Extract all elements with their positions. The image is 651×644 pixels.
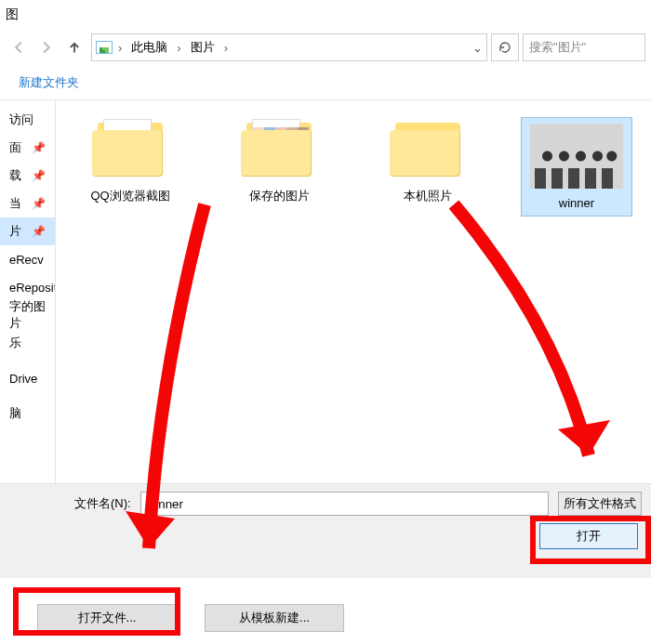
- sidebar-item-label: 片: [9, 223, 21, 240]
- filename-label: 文件名(N):: [74, 495, 131, 512]
- sidebar-item-label: 访问: [9, 112, 33, 128]
- folder-tile-qq[interactable]: QQ浏览器截图: [74, 117, 186, 204]
- filter-label-text: 所有文件格式: [564, 495, 636, 512]
- folder-icon: [92, 117, 168, 180]
- new-from-template-button[interactable]: 从模板新建...: [205, 604, 344, 632]
- open-file-label: 打开文件...: [78, 610, 137, 626]
- chevron-right-icon: ›: [118, 41, 122, 55]
- nav-back-button[interactable]: [6, 34, 32, 60]
- pin-icon: 📌: [32, 225, 46, 238]
- open-file-button[interactable]: 打开文件...: [37, 604, 177, 632]
- tile-label: winner: [559, 196, 594, 210]
- breadcrumb-root-label: 此电脑: [131, 39, 167, 56]
- sidebar-item-this-pc[interactable]: 脑: [0, 400, 55, 427]
- sidebar-item-label: Drive: [9, 372, 37, 386]
- pin-icon: 📌: [32, 141, 46, 154]
- folder-icon: [241, 117, 317, 180]
- sidebar-item-downloads[interactable]: 载📌: [0, 162, 55, 190]
- breadcrumb-root[interactable]: 此电脑: [127, 39, 171, 56]
- chevron-right-icon: ›: [177, 41, 180, 55]
- breadcrumb-folder-label: 图片: [191, 39, 215, 56]
- nav-forward-button[interactable]: [33, 34, 60, 60]
- tile-label: 保存的图片: [249, 188, 310, 204]
- sidebar-item-erecv[interactable]: eRecv: [0, 245, 55, 273]
- sidebar-item-desktop[interactable]: 面📌: [0, 134, 55, 162]
- dialog-toolbar: 新建文件夹: [0, 65, 651, 100]
- dialog-title: 图: [0, 0, 651, 30]
- refresh-button[interactable]: [491, 33, 519, 61]
- open-button[interactable]: 打开: [539, 523, 638, 549]
- image-tile-winner[interactable]: winner: [521, 117, 632, 217]
- sidebar: 访问 面📌 载📌 当📌 片📌 eRecv eRepository 字的图片 乐 …: [0, 100, 56, 483]
- breadcrumb-folder[interactable]: 图片: [187, 39, 219, 56]
- search-input[interactable]: 搜索"图片": [523, 33, 645, 61]
- folder-icon: [390, 117, 466, 180]
- new-folder-button[interactable]: 新建文件夹: [9, 69, 88, 97]
- sidebar-item-label: eRepository: [9, 281, 56, 295]
- template-label: 从模板新建...: [239, 610, 310, 626]
- sidebar-item-label: 乐: [9, 335, 21, 351]
- sidebar-item-drive[interactable]: Drive: [0, 364, 55, 392]
- sidebar-item-label: eRecv: [9, 253, 44, 267]
- sidebar-item-music[interactable]: 乐: [0, 329, 55, 357]
- folder-tile-saved[interactable]: 保存的图片: [223, 117, 335, 204]
- pictures-folder-icon: [96, 41, 113, 54]
- nav-up-button[interactable]: [61, 34, 87, 60]
- file-type-filter[interactable]: 所有文件格式: [558, 492, 642, 516]
- sidebar-item-saved-pics[interactable]: 字的图片: [0, 301, 55, 329]
- pin-icon: 📌: [32, 197, 46, 210]
- title-text: 图: [6, 7, 19, 23]
- app-lower-toolbar: 打开文件... 从模板新建...: [0, 595, 651, 641]
- nav-bar: › 此电脑 › 图片 › ⌄ 搜索"图片": [0, 30, 651, 65]
- folder-tile-local[interactable]: 本机照片: [372, 117, 484, 204]
- chevron-down-icon[interactable]: ⌄: [472, 41, 483, 55]
- filename-input[interactable]: [140, 492, 549, 516]
- tile-label: 本机照片: [404, 188, 452, 204]
- file-list[interactable]: QQ浏览器截图 保存的图片 本机照片 winner: [56, 100, 651, 483]
- tile-label: QQ浏览器截图: [90, 188, 169, 204]
- sidebar-item-erepository[interactable]: eRepository: [0, 273, 55, 301]
- sidebar-item-label: 脑: [9, 405, 21, 422]
- sidebar-item-pictures[interactable]: 片📌: [0, 217, 55, 245]
- pin-icon: 📌: [32, 169, 46, 182]
- sidebar-item-label: 载: [9, 167, 21, 184]
- sidebar-item-label: 面: [9, 139, 21, 156]
- chevron-right-icon: ›: [224, 41, 228, 55]
- open-button-label: 打开: [577, 528, 601, 545]
- sidebar-item-documents[interactable]: 当📌: [0, 190, 55, 217]
- address-bar[interactable]: › 此电脑 › 图片 › ⌄: [91, 33, 487, 61]
- sidebar-item-label: 字的图片: [9, 298, 55, 332]
- search-placeholder: 搜索"图片": [529, 39, 586, 56]
- sidebar-item-label: 当: [9, 195, 21, 212]
- file-open-dialog: 图 › 此电脑 › 图片 › ⌄ 搜索"图片" 新建文件夹 访问 面: [0, 0, 651, 578]
- image-thumbnail: [530, 124, 623, 189]
- dialog-footer: 文件名(N): 所有文件格式 打开: [0, 483, 651, 578]
- sidebar-item-quick-access[interactable]: 访问: [0, 106, 55, 134]
